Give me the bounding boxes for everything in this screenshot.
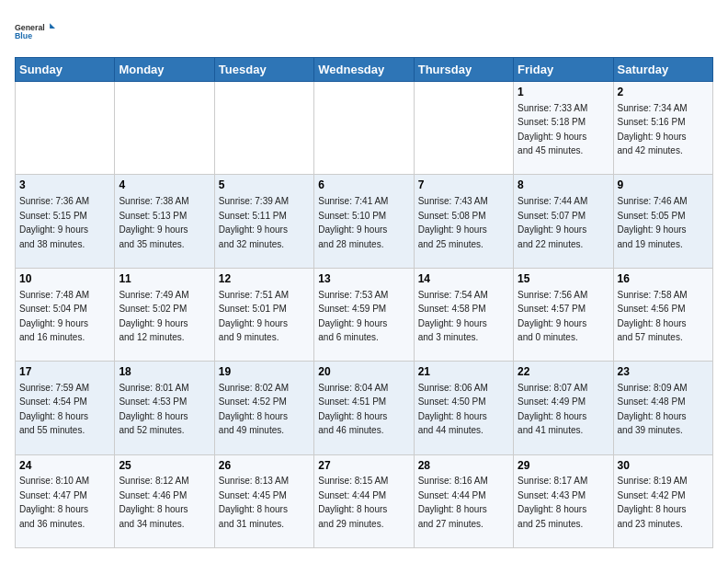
day-info: Sunrise: 8:13 AMSunset: 4:45 PMDaylight:… bbox=[219, 476, 289, 529]
day-cell-4-1: 25Sunrise: 8:12 AMSunset: 4:46 PMDayligh… bbox=[115, 454, 214, 547]
day-cell-1-6: 9Sunrise: 7:46 AMSunset: 5:05 PMDaylight… bbox=[613, 175, 712, 268]
calendar-table: SundayMondayTuesdayWednesdayThursdayFrid… bbox=[15, 57, 713, 548]
day-cell-4-6: 30Sunrise: 8:19 AMSunset: 4:42 PMDayligh… bbox=[613, 454, 712, 547]
day-number: 30 bbox=[618, 458, 709, 474]
day-info: Sunrise: 8:17 AMSunset: 4:43 PMDaylight:… bbox=[518, 476, 587, 529]
day-cell-3-6: 23Sunrise: 8:09 AMSunset: 4:48 PMDayligh… bbox=[613, 362, 712, 454]
day-number: 2 bbox=[618, 85, 709, 100]
logo-svg: General Blue bbox=[15, 15, 55, 48]
day-info: Sunrise: 7:43 AMSunset: 5:08 PMDaylight:… bbox=[418, 196, 488, 249]
day-info: Sunrise: 7:59 AMSunset: 4:54 PMDaylight:… bbox=[19, 383, 89, 436]
calendar-body: 1Sunrise: 7:33 AMSunset: 5:18 PMDaylight… bbox=[16, 82, 713, 548]
day-info: Sunrise: 8:01 AMSunset: 4:53 PMDaylight:… bbox=[119, 383, 188, 436]
day-info: Sunrise: 7:53 AMSunset: 4:59 PMDaylight:… bbox=[318, 290, 388, 343]
week-row-1: 1Sunrise: 7:33 AMSunset: 5:18 PMDaylight… bbox=[16, 82, 713, 175]
day-number: 25 bbox=[119, 458, 210, 474]
day-number: 14 bbox=[418, 271, 509, 287]
header-tuesday: Tuesday bbox=[214, 58, 313, 82]
day-cell-4-4: 28Sunrise: 8:16 AMSunset: 4:44 PMDayligh… bbox=[414, 454, 513, 547]
day-cell-0-0 bbox=[16, 82, 115, 175]
day-number: 10 bbox=[19, 271, 110, 287]
day-info: Sunrise: 7:38 AMSunset: 5:13 PMDaylight:… bbox=[119, 196, 188, 249]
day-cell-0-2 bbox=[214, 82, 313, 175]
day-cell-3-3: 20Sunrise: 8:04 AMSunset: 4:51 PMDayligh… bbox=[314, 362, 414, 454]
day-info: Sunrise: 8:12 AMSunset: 4:46 PMDaylight:… bbox=[119, 476, 188, 529]
day-cell-0-1 bbox=[115, 82, 214, 175]
day-cell-1-1: 4Sunrise: 7:38 AMSunset: 5:13 PMDaylight… bbox=[115, 175, 214, 268]
day-cell-4-5: 29Sunrise: 8:17 AMSunset: 4:43 PMDayligh… bbox=[514, 454, 613, 547]
day-cell-2-4: 14Sunrise: 7:54 AMSunset: 4:58 PMDayligh… bbox=[414, 268, 513, 361]
day-number: 18 bbox=[119, 364, 210, 380]
day-number: 22 bbox=[518, 364, 609, 380]
day-number: 13 bbox=[318, 271, 409, 287]
day-info: Sunrise: 7:41 AMSunset: 5:10 PMDaylight:… bbox=[318, 196, 388, 249]
svg-marker-2 bbox=[50, 23, 55, 29]
calendar-header-row: SundayMondayTuesdayWednesdayThursdayFrid… bbox=[16, 58, 713, 82]
header: General Blue bbox=[15, 15, 713, 48]
day-number: 1 bbox=[518, 85, 609, 100]
day-number: 26 bbox=[219, 458, 310, 474]
day-info: Sunrise: 7:46 AMSunset: 5:05 PMDaylight:… bbox=[618, 196, 688, 249]
week-row-2: 3Sunrise: 7:36 AMSunset: 5:15 PMDaylight… bbox=[16, 175, 713, 268]
day-info: Sunrise: 7:54 AMSunset: 4:58 PMDaylight:… bbox=[418, 290, 488, 343]
day-cell-3-5: 22Sunrise: 8:07 AMSunset: 4:49 PMDayligh… bbox=[514, 362, 613, 454]
day-number: 5 bbox=[219, 178, 310, 193]
day-cell-4-2: 26Sunrise: 8:13 AMSunset: 4:45 PMDayligh… bbox=[214, 454, 313, 547]
header-sunday: Sunday bbox=[16, 58, 115, 82]
day-cell-2-0: 10Sunrise: 7:48 AMSunset: 5:04 PMDayligh… bbox=[16, 268, 115, 361]
week-row-3: 10Sunrise: 7:48 AMSunset: 5:04 PMDayligh… bbox=[16, 268, 713, 361]
day-info: Sunrise: 7:36 AMSunset: 5:15 PMDaylight:… bbox=[19, 196, 89, 249]
day-number: 16 bbox=[618, 271, 709, 287]
day-cell-1-5: 8Sunrise: 7:44 AMSunset: 5:07 PMDaylight… bbox=[514, 175, 613, 268]
day-number: 23 bbox=[618, 364, 709, 380]
day-number: 6 bbox=[318, 178, 409, 193]
day-info: Sunrise: 8:06 AMSunset: 4:50 PMDaylight:… bbox=[418, 383, 488, 436]
day-info: Sunrise: 7:49 AMSunset: 5:02 PMDaylight:… bbox=[119, 290, 188, 343]
day-number: 7 bbox=[418, 178, 509, 193]
day-info: Sunrise: 8:19 AMSunset: 4:42 PMDaylight:… bbox=[618, 476, 688, 529]
day-info: Sunrise: 7:51 AMSunset: 5:01 PMDaylight:… bbox=[219, 290, 289, 343]
day-number: 9 bbox=[618, 178, 709, 193]
day-cell-2-2: 12Sunrise: 7:51 AMSunset: 5:01 PMDayligh… bbox=[214, 268, 313, 361]
day-number: 4 bbox=[119, 178, 210, 193]
day-cell-4-0: 24Sunrise: 8:10 AMSunset: 4:47 PMDayligh… bbox=[16, 454, 115, 547]
header-wednesday: Wednesday bbox=[314, 58, 414, 82]
day-number: 20 bbox=[318, 364, 409, 380]
day-info: Sunrise: 8:02 AMSunset: 4:52 PMDaylight:… bbox=[219, 383, 289, 436]
day-number: 24 bbox=[19, 458, 110, 474]
day-info: Sunrise: 8:15 AMSunset: 4:44 PMDaylight:… bbox=[318, 476, 388, 529]
day-cell-2-1: 11Sunrise: 7:49 AMSunset: 5:02 PMDayligh… bbox=[115, 268, 214, 361]
day-cell-4-3: 27Sunrise: 8:15 AMSunset: 4:44 PMDayligh… bbox=[314, 454, 414, 547]
day-info: Sunrise: 8:07 AMSunset: 4:49 PMDaylight:… bbox=[518, 383, 587, 436]
week-row-4: 17Sunrise: 7:59 AMSunset: 4:54 PMDayligh… bbox=[16, 362, 713, 454]
day-cell-2-6: 16Sunrise: 7:58 AMSunset: 4:56 PMDayligh… bbox=[613, 268, 712, 361]
day-number: 28 bbox=[418, 458, 509, 474]
svg-text:Blue: Blue bbox=[15, 31, 32, 40]
header-friday: Friday bbox=[514, 58, 613, 82]
week-row-5: 24Sunrise: 8:10 AMSunset: 4:47 PMDayligh… bbox=[16, 454, 713, 547]
header-monday: Monday bbox=[115, 58, 214, 82]
day-number: 15 bbox=[518, 271, 609, 287]
day-info: Sunrise: 7:56 AMSunset: 4:57 PMDaylight:… bbox=[518, 290, 587, 343]
header-thursday: Thursday bbox=[414, 58, 513, 82]
logo: General Blue bbox=[15, 15, 55, 48]
day-cell-2-3: 13Sunrise: 7:53 AMSunset: 4:59 PMDayligh… bbox=[314, 268, 414, 361]
day-info: Sunrise: 8:09 AMSunset: 4:48 PMDaylight:… bbox=[618, 383, 688, 436]
day-info: Sunrise: 7:34 AMSunset: 5:16 PMDaylight:… bbox=[618, 103, 688, 156]
day-number: 27 bbox=[318, 458, 409, 474]
day-number: 11 bbox=[119, 271, 210, 287]
day-info: Sunrise: 7:44 AMSunset: 5:07 PMDaylight:… bbox=[518, 196, 587, 249]
day-number: 29 bbox=[518, 458, 609, 474]
day-cell-0-5: 1Sunrise: 7:33 AMSunset: 5:18 PMDaylight… bbox=[514, 82, 613, 175]
page: General Blue SundayMondayTuesdayWednesda… bbox=[0, 0, 728, 563]
day-cell-3-4: 21Sunrise: 8:06 AMSunset: 4:50 PMDayligh… bbox=[414, 362, 513, 454]
header-saturday: Saturday bbox=[613, 58, 712, 82]
day-cell-3-2: 19Sunrise: 8:02 AMSunset: 4:52 PMDayligh… bbox=[214, 362, 313, 454]
day-cell-0-6: 2Sunrise: 7:34 AMSunset: 5:16 PMDaylight… bbox=[613, 82, 712, 175]
day-info: Sunrise: 8:10 AMSunset: 4:47 PMDaylight:… bbox=[19, 476, 89, 529]
day-cell-0-3 bbox=[314, 82, 414, 175]
day-cell-1-2: 5Sunrise: 7:39 AMSunset: 5:11 PMDaylight… bbox=[214, 175, 313, 268]
day-number: 19 bbox=[219, 364, 310, 380]
day-number: 21 bbox=[418, 364, 509, 380]
day-cell-1-4: 7Sunrise: 7:43 AMSunset: 5:08 PMDaylight… bbox=[414, 175, 513, 268]
